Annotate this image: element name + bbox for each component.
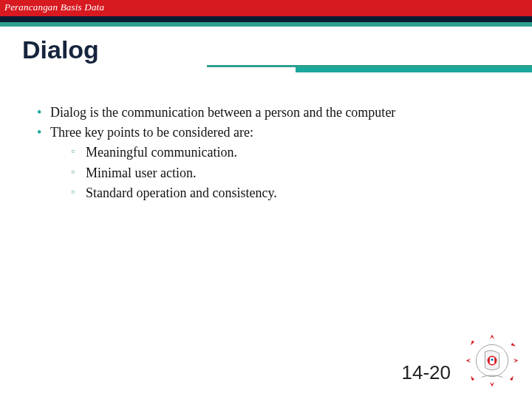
bullet-list: Dialog is the communication between a pe… [34, 103, 502, 202]
bullet-text: Three key points to be considered are: [50, 125, 253, 140]
header-navy-band [0, 16, 532, 22]
sub-bullet-text: Meaningful communication. [86, 145, 237, 160]
list-item: Three key points to be considered are: M… [34, 123, 502, 202]
accent-line-thick [296, 67, 532, 72]
sub-bullet-text: Standard operation and consistency. [86, 185, 277, 200]
slide-number: 14-20 [402, 361, 451, 384]
slide: Perancangan Basis Data Dialog Dialog is … [0, 0, 532, 399]
list-item: Dialog is the communication between a pe… [34, 103, 502, 122]
title-underline-accent [207, 65, 532, 72]
logo-icon [463, 331, 522, 390]
svg-rect-3 [491, 359, 493, 361]
university-logo [463, 331, 522, 390]
content-area: Dialog is the communication between a pe… [34, 103, 502, 204]
list-item: Standard operation and consistency. [50, 184, 502, 202]
page-title: Dialog [22, 35, 99, 64]
sub-bullet-text: Minimal user action. [86, 166, 196, 180]
header-teal-band [0, 22, 532, 27]
bullet-text: Dialog is the communication between a pe… [50, 105, 395, 120]
list-item: Minimal user action. [50, 164, 502, 183]
course-title: Perancangan Basis Data [4, 1, 104, 13]
sub-bullet-list: Meaningful communication. Minimal user a… [50, 143, 502, 202]
list-item: Meaningful communication. [50, 143, 502, 162]
